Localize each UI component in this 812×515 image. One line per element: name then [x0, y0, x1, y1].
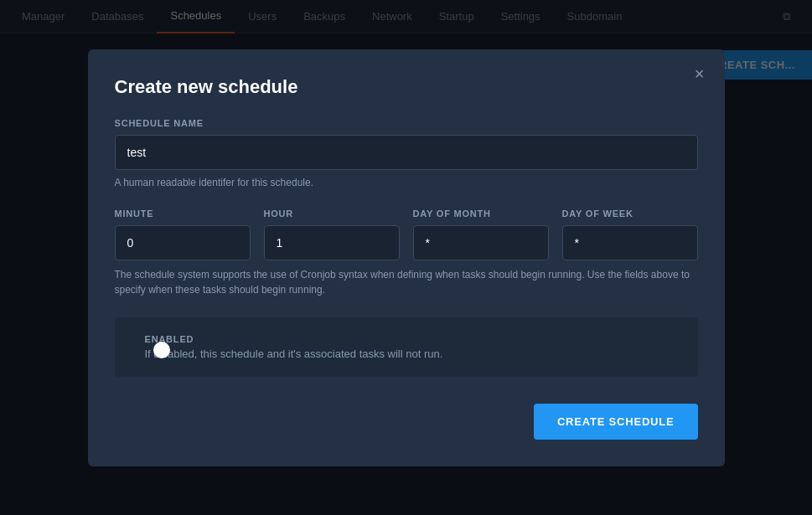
create-schedule-button[interactable]: CREATE SCHEDULE: [534, 404, 698, 440]
day-of-month-field-group: DAY OF MONTH: [413, 209, 549, 260]
day-of-week-label: DAY OF WEEK: [562, 209, 698, 219]
day-of-week-input[interactable]: [562, 225, 698, 260]
day-of-month-label: DAY OF MONTH: [413, 209, 549, 219]
cron-fields-row: MINUTE HOUR DAY OF MONTH DAY OF WEEK: [115, 209, 698, 260]
create-schedule-modal: × Create new schedule SCHEDULE NAME A hu…: [88, 49, 725, 466]
toggle-info: ENABLED If disabled, this schedule and i…: [145, 334, 443, 360]
enabled-label: ENABLED: [145, 334, 443, 344]
schedule-name-input[interactable]: [115, 135, 698, 170]
minute-input[interactable]: [115, 225, 251, 260]
hour-input[interactable]: [264, 225, 400, 260]
schedule-name-label: SCHEDULE NAME: [115, 118, 698, 128]
schedule-name-section: SCHEDULE NAME A human readable identifer…: [115, 118, 698, 188]
hour-field-group: HOUR: [264, 209, 400, 260]
schedule-name-hint: A human readable identifer for this sche…: [115, 177, 698, 188]
enabled-description: If disabled, this schedule and it's asso…: [145, 348, 443, 360]
modal-close-button[interactable]: ×: [688, 63, 711, 86]
hour-label: HOUR: [264, 209, 400, 219]
cron-hint: The schedule system supports the use of …: [115, 267, 698, 297]
minute-field-group: MINUTE: [115, 209, 251, 260]
minute-label: MINUTE: [115, 209, 251, 219]
modal-overlay: × Create new schedule SCHEDULE NAME A hu…: [0, 0, 812, 515]
enabled-toggle-section: ENABLED If disabled, this schedule and i…: [115, 317, 698, 377]
day-of-month-input[interactable]: [413, 225, 549, 260]
modal-footer: CREATE SCHEDULE: [115, 404, 698, 440]
modal-title: Create new schedule: [115, 76, 698, 98]
day-of-week-field-group: DAY OF WEEK: [562, 209, 698, 260]
